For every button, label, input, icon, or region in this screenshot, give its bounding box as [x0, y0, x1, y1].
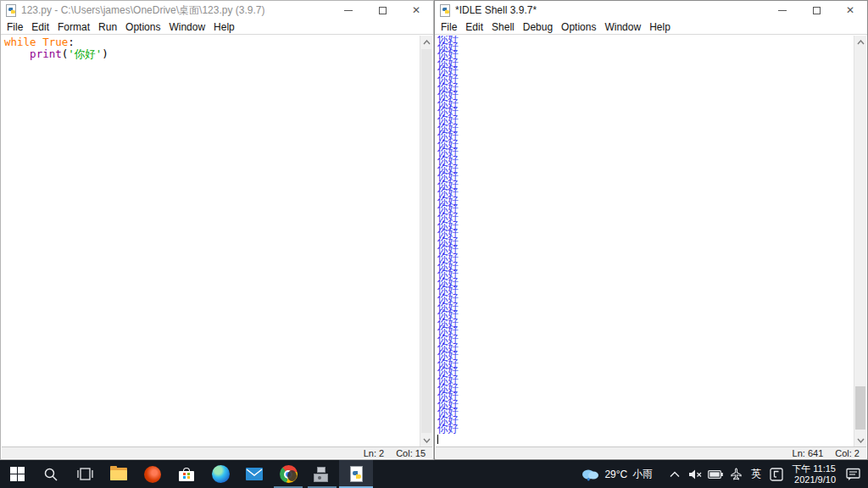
- close-icon[interactable]: ✕: [399, 1, 433, 19]
- shell-caret: [437, 435, 438, 444]
- menu-shell[interactable]: Shell: [487, 21, 519, 33]
- shell-output-line: 你好: [437, 335, 866, 343]
- shell-output-line: 你好: [437, 83, 866, 92]
- shell-output-line: 你好: [437, 213, 866, 221]
- shell-output-line: 你好: [437, 359, 866, 368]
- shell-output-line: 你好: [437, 91, 866, 99]
- scroll-up-icon[interactable]: [854, 36, 866, 48]
- shell-output-line: 你好: [437, 400, 866, 408]
- menu-format[interactable]: Format: [53, 21, 94, 33]
- shell-output-line: 你好: [437, 172, 866, 180]
- shell-output-line: 你好: [437, 180, 866, 189]
- scroll-down-icon[interactable]: [420, 434, 432, 446]
- shell-output-line: 你好: [437, 188, 866, 197]
- shell-output-line: 你好: [437, 278, 866, 286]
- file-explorer-button[interactable]: [102, 460, 136, 488]
- shell-output-line: 你好: [437, 75, 866, 83]
- menu-run[interactable]: Run: [94, 21, 121, 33]
- shell-output-line: 你好: [437, 197, 866, 205]
- shell-scroll-thumb[interactable]: [855, 386, 865, 430]
- code-line: print('你好'): [4, 48, 432, 60]
- maximize-icon[interactable]: [365, 1, 399, 19]
- shell-output-line: 你好: [437, 302, 866, 311]
- shell-output-line: 你好: [437, 107, 866, 115]
- edge-icon: [212, 465, 230, 483]
- menu-file[interactable]: File: [437, 21, 461, 33]
- shell-output-line: 你好: [437, 253, 866, 262]
- shell-titlebar[interactable]: *IDLE Shell 3.9.7* ✕: [435, 1, 867, 19]
- shell-output-line: 你好: [437, 408, 866, 416]
- chrome-icon: [280, 465, 298, 483]
- python-file-icon: [440, 4, 450, 17]
- grey-app-icon: [314, 467, 331, 482]
- battery-icon[interactable]: [705, 470, 726, 479]
- ime-mode-icon[interactable]: [766, 468, 787, 481]
- mail-button[interactable]: [237, 460, 271, 488]
- shell-output-line: 你好: [437, 50, 866, 58]
- editor-titlebar[interactable]: 123.py - C:\Users\james\OneDrive\桌面\123.…: [1, 1, 433, 19]
- shell-text-area[interactable]: 你好你好你好你好你好你好你好你好你好你好你好你好你好你好你好你好你好你好你好你好…: [436, 36, 866, 446]
- shell-output-line: 你好: [437, 124, 866, 132]
- search-button[interactable]: [34, 460, 68, 488]
- weather-widget[interactable]: 29°C 小雨: [581, 467, 653, 481]
- menu-options[interactable]: Options: [121, 21, 164, 33]
- tray-date: 2021/9/10: [794, 474, 836, 485]
- edge-button[interactable]: [203, 460, 237, 488]
- hidden-icons-chevron-icon[interactable]: [665, 471, 685, 478]
- shell-output-line: 你好: [437, 294, 866, 302]
- editor-window-title: 123.py - C:\Users\james\OneDrive\桌面\123.…: [21, 3, 264, 18]
- task-view-button[interactable]: [68, 460, 102, 488]
- airplane-mode-icon[interactable]: [726, 468, 746, 480]
- volume-muted-icon[interactable]: [685, 469, 705, 480]
- menu-help[interactable]: Help: [645, 21, 675, 33]
- start-button[interactable]: [0, 460, 34, 488]
- close-icon[interactable]: ✕: [833, 1, 867, 19]
- shell-output-line: 你好: [437, 66, 866, 75]
- mail-icon: [246, 468, 263, 480]
- editor-statusbar: Ln: 2 Col: 15: [2, 446, 432, 458]
- editor-col-indicator: Col: 15: [396, 448, 426, 458]
- menu-edit[interactable]: Edit: [461, 21, 487, 33]
- shell-output-line: 你好: [437, 384, 866, 392]
- editor-scrollbar[interactable]: [420, 36, 432, 446]
- shell-output-line: 你好: [437, 245, 866, 253]
- menu-edit[interactable]: Edit: [27, 21, 53, 33]
- scroll-down-icon[interactable]: [854, 434, 866, 446]
- system-tray: 29°C 小雨: [581, 460, 868, 488]
- editor-line-indicator: Ln: 2: [364, 448, 384, 458]
- maximize-icon[interactable]: [799, 1, 833, 19]
- shell-scrollbar[interactable]: [854, 36, 866, 446]
- menu-help[interactable]: Help: [209, 21, 239, 33]
- editor-scroll-thumb[interactable]: [421, 49, 431, 433]
- action-center-icon[interactable]: [843, 468, 863, 481]
- clock[interactable]: 下午 11:15 2021/9/10: [792, 463, 836, 485]
- shell-output-line: 你好: [437, 229, 866, 237]
- weather-desc: 小雨: [632, 467, 653, 481]
- office-button[interactable]: [136, 460, 170, 488]
- menu-file[interactable]: File: [3, 21, 27, 33]
- python-idle-button[interactable]: [339, 460, 373, 488]
- shell-output-line: 你好: [437, 140, 866, 148]
- menu-options[interactable]: Options: [557, 21, 600, 33]
- shell-output-line: 你好: [437, 156, 866, 164]
- minimize-icon[interactable]: [765, 1, 799, 19]
- menu-window[interactable]: Window: [600, 21, 645, 33]
- shell-output-line: 你好: [437, 391, 866, 400]
- chrome-button[interactable]: [271, 460, 305, 488]
- editor-code: while True: print('你好'): [2, 36, 432, 60]
- minimize-icon[interactable]: [331, 1, 365, 19]
- microsoft-store-button[interactable]: [170, 460, 203, 488]
- editor-text-area[interactable]: while True: print('你好'): [2, 36, 432, 446]
- shell-line-indicator: Ln: 641: [793, 448, 824, 458]
- shell-output-line: 你好: [437, 147, 866, 156]
- menu-window[interactable]: Window: [164, 21, 209, 33]
- scroll-up-icon[interactable]: [420, 36, 432, 48]
- shell-output-line: 你好: [437, 416, 866, 424]
- idle-shell-window: *IDLE Shell 3.9.7* ✕ FileEditShellDebugO…: [434, 0, 868, 460]
- shell-statusbar: Ln: 641 Col: 2: [436, 446, 866, 458]
- shell-output-line: 你好: [437, 367, 866, 375]
- menu-debug[interactable]: Debug: [519, 21, 557, 33]
- language-indicator[interactable]: 英: [746, 467, 766, 481]
- grey-app-button[interactable]: [305, 460, 339, 488]
- office-icon: [144, 466, 161, 483]
